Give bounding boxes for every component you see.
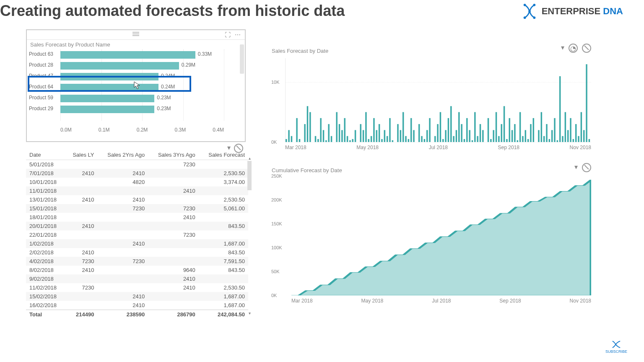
svg-rect-119 bbox=[589, 139, 590, 142]
bar-rect[interactable] bbox=[60, 84, 158, 91]
svg-rect-67 bbox=[450, 106, 452, 142]
line-plot-area[interactable]: 0K10K bbox=[285, 58, 591, 142]
bar-plot-area[interactable]: Product 630.33MProduct 280.29MProduct 47… bbox=[60, 49, 224, 121]
svg-rect-106 bbox=[554, 118, 555, 142]
more-options-icon[interactable]: ⋯ bbox=[235, 31, 241, 38]
svg-rect-18 bbox=[320, 118, 321, 142]
visual-area-chart[interactable]: ▾ Cumulative Forecast by Date 0K50K100K1… bbox=[268, 165, 595, 321]
table-row[interactable]: 18/01/20182410 bbox=[26, 213, 248, 222]
table-header-cell[interactable]: Sales Forecast bbox=[199, 150, 248, 160]
visual-line-chart[interactable]: ▾ ◔ Sales Forecast by Date 0K10K Mar 201… bbox=[268, 46, 595, 157]
table-row[interactable]: 11/02/2018723024102,530.50 bbox=[26, 283, 248, 292]
table-cell: 7230 bbox=[97, 204, 148, 213]
svg-rect-73 bbox=[466, 118, 467, 142]
bar-value-label: 0.23M bbox=[157, 95, 171, 101]
svg-rect-52 bbox=[410, 118, 412, 142]
bar-rect[interactable] bbox=[60, 62, 179, 70]
scroll-up-icon[interactable]: ▴ bbox=[247, 156, 252, 160]
table-cell bbox=[97, 222, 148, 230]
table-row[interactable]: 9/02/20182410 bbox=[26, 274, 248, 283]
table-cell: 2410 bbox=[97, 195, 148, 204]
table-row[interactable]: 2/02/20182410843.50 bbox=[26, 248, 248, 257]
table-row[interactable]: 15/02/201824101,687.00 bbox=[26, 292, 248, 301]
drag-grip-icon[interactable] bbox=[132, 32, 139, 36]
svg-rect-74 bbox=[469, 130, 470, 142]
table-row[interactable]: 10/01/201848203,374.00 bbox=[26, 178, 248, 186]
subscribe-badge[interactable]: SUBSCRIBE bbox=[605, 340, 627, 354]
svg-rect-64 bbox=[442, 139, 444, 142]
svg-rect-56 bbox=[421, 136, 422, 142]
svg-rect-61 bbox=[434, 136, 436, 142]
table-header-cell[interactable]: Sales LY bbox=[65, 150, 97, 160]
table-cell: 1,687.00 bbox=[199, 292, 248, 301]
table-cell: 1,687.00 bbox=[199, 239, 248, 248]
table-row[interactable]: 20/01/20182410843.50 bbox=[26, 222, 248, 230]
svg-rect-25 bbox=[339, 124, 340, 142]
spotlight-icon[interactable]: ◔ bbox=[569, 44, 578, 53]
svg-rect-66 bbox=[448, 118, 449, 142]
scrollbar-thumb[interactable] bbox=[240, 44, 244, 74]
bar-row[interactable]: Product 590.23M bbox=[60, 93, 224, 104]
svg-point-0 bbox=[523, 4, 526, 6]
axis-tick: Mar 2018 bbox=[291, 298, 313, 304]
svg-rect-87 bbox=[504, 106, 505, 142]
visual-bar-chart[interactable]: ⛶ ⋯ Sales Forecast by Product Name Produ… bbox=[26, 29, 246, 142]
svg-rect-16 bbox=[315, 136, 316, 142]
svg-rect-81 bbox=[488, 118, 489, 142]
bar-rect[interactable] bbox=[60, 73, 158, 80]
table-row[interactable]: 7/01/2018241024102,530.50 bbox=[26, 169, 248, 178]
clear-filter-icon[interactable] bbox=[582, 163, 591, 172]
table-row[interactable]: 13/01/2018241024102,530.50 bbox=[26, 195, 248, 204]
svg-rect-98 bbox=[533, 118, 534, 142]
table-header-cell[interactable]: Date bbox=[26, 150, 65, 160]
svg-rect-6 bbox=[288, 130, 289, 142]
bar-row[interactable]: Product 290.23M bbox=[60, 104, 224, 115]
table-scrollbar[interactable]: ▴ ▾ bbox=[247, 156, 252, 315]
bar-row[interactable]: Product 640.24M bbox=[60, 82, 224, 93]
table-cell: 22/01/2018 bbox=[26, 230, 65, 239]
area-plot-area[interactable]: 0K50K100K150K200K250K bbox=[291, 176, 591, 295]
table-header-cell[interactable]: Sales 2Yrs Ago bbox=[97, 150, 148, 160]
table-cell: 2/02/2018 bbox=[26, 248, 65, 257]
filter-icon[interactable]: ▾ bbox=[574, 163, 578, 172]
table-row[interactable]: 8/02/201824109640843.50 bbox=[26, 266, 248, 274]
table-row[interactable]: 16/02/201824101,687.00 bbox=[26, 301, 248, 310]
filter-icon[interactable]: ▾ bbox=[561, 44, 564, 53]
svg-rect-7 bbox=[291, 136, 292, 142]
table-row[interactable]: 11/01/20182410 bbox=[26, 186, 248, 195]
bar-row[interactable]: Product 630.33M bbox=[60, 49, 224, 60]
table-cell: 2410 bbox=[148, 186, 199, 195]
bar-rect[interactable] bbox=[60, 95, 154, 102]
table-row[interactable]: 5/01/20187230 bbox=[26, 160, 248, 169]
line-x-axis: Mar 2018May 2018Jul 2018Sep 2018Nov 2018 bbox=[285, 145, 591, 150]
table-row[interactable]: 15/01/2018723072305,061.00 bbox=[26, 204, 248, 213]
table-cell bbox=[199, 213, 248, 222]
table-row[interactable]: 4/02/2018723072307,591.50 bbox=[26, 257, 248, 266]
svg-rect-76 bbox=[474, 112, 475, 142]
brand-text: ENTERPRISE DNA bbox=[542, 6, 623, 17]
table-cell bbox=[65, 301, 97, 310]
visual-data-table[interactable]: DateSales LYSales 2Yrs AgoSales 3Yrs Ago… bbox=[26, 150, 248, 322]
table-row[interactable]: 22/01/20187230 bbox=[26, 230, 248, 239]
svg-rect-95 bbox=[525, 130, 526, 142]
bar-row[interactable]: Product 470.24M bbox=[60, 71, 224, 82]
svg-rect-92 bbox=[517, 140, 518, 142]
dna-small-icon bbox=[611, 340, 622, 349]
visual-header[interactable]: ⛶ ⋯ bbox=[27, 30, 245, 40]
bar-row[interactable]: Product 280.29M bbox=[60, 60, 224, 71]
table-header-cell[interactable]: Sales 3Yrs Ago bbox=[148, 150, 199, 160]
table-cell: 4820 bbox=[97, 178, 148, 186]
bar-rect[interactable] bbox=[60, 51, 195, 59]
bar-category-label: Product 29 bbox=[29, 106, 58, 111]
clear-filter-icon[interactable] bbox=[582, 44, 591, 53]
table-row[interactable]: 1/02/201824101,687.00 bbox=[26, 239, 248, 248]
svg-rect-117 bbox=[583, 130, 584, 142]
focus-mode-icon[interactable]: ⛶ bbox=[225, 31, 231, 38]
bar-rect[interactable] bbox=[60, 106, 154, 113]
svg-rect-71 bbox=[461, 124, 462, 142]
table-cell: 9/02/2018 bbox=[26, 274, 65, 283]
scrollbar-thumb[interactable] bbox=[247, 161, 252, 190]
svg-rect-115 bbox=[578, 136, 579, 142]
scroll-down-icon[interactable]: ▾ bbox=[247, 311, 252, 315]
table-cell bbox=[65, 186, 97, 195]
